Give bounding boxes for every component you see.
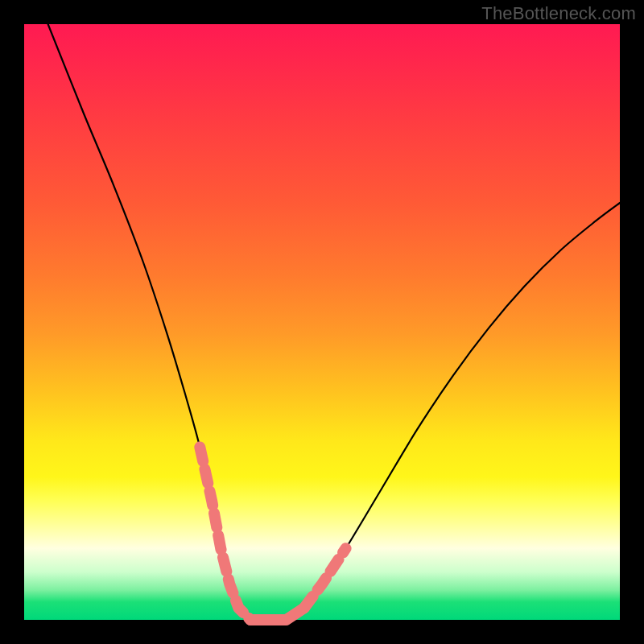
bottleneck-curve (48, 24, 620, 621)
highlight-right-segment (304, 548, 346, 608)
chart-frame: TheBottleneck.com (0, 0, 644, 644)
highlight-valley-floor (250, 608, 304, 620)
chart-overlay (0, 0, 644, 644)
highlight-left-segment (200, 447, 250, 620)
